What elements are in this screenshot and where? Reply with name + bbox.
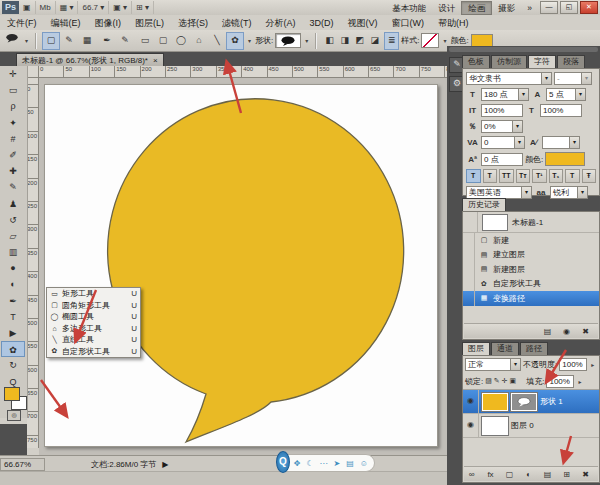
zoom-percent-field[interactable]: 66.67% — [0, 458, 45, 471]
overlay-icon[interactable]: ▤ — [346, 459, 354, 468]
draw-mode-button[interactable]: ▢ — [42, 32, 60, 50]
toolbox-tool-icon[interactable]: ✐ — [1, 147, 25, 163]
toolbox-tool-icon[interactable]: ↺ — [1, 212, 25, 228]
toolbox-tool-icon[interactable]: T — [1, 309, 25, 325]
toolbox-tool-icon[interactable]: ▭ — [1, 82, 25, 98]
proportional-spacing-select[interactable]: 0% — [481, 120, 523, 133]
kerning-select[interactable] — [542, 136, 580, 149]
lock-icon[interactable]: ▨ — [485, 377, 492, 385]
context-menu-item[interactable]: ╲ 直线工具 U — [47, 334, 140, 346]
restore-button[interactable]: ◱ — [560, 1, 578, 14]
panel-tab[interactable]: 仿制源 — [491, 55, 527, 68]
blend-mode-select[interactable]: 正常 — [465, 358, 521, 371]
dock-header[interactable] — [449, 47, 598, 52]
path-op-icon[interactable]: ◩ — [352, 32, 367, 50]
history-source-cell[interactable] — [463, 248, 475, 263]
history-source-cell[interactable] — [463, 291, 475, 306]
vector-mask-thumbnail[interactable] — [511, 393, 537, 411]
toolbox-tool-icon[interactable]: ▱ — [1, 228, 25, 244]
toolbox-tool-icon[interactable]: ✛ — [1, 66, 25, 82]
overlay-icon[interactable]: ☾ — [306, 459, 313, 468]
menu-item[interactable]: 选择(S) — [171, 16, 215, 30]
overlay-icon[interactable]: ☺ — [360, 459, 368, 468]
draw-mode-button[interactable]: ▦ — [78, 32, 96, 50]
text-style-button[interactable]: T¹ — [532, 169, 547, 183]
menu-item[interactable]: 图层(L) — [128, 16, 171, 30]
text-style-button[interactable]: T — [466, 169, 481, 183]
overlay-zoom-icon[interactable]: Q — [276, 451, 290, 473]
baseline-shift-field[interactable]: 0 点 — [481, 153, 523, 166]
leading-select[interactable]: 5 点 — [546, 88, 586, 101]
speech-bubble-shape[interactable] — [45, 85, 437, 446]
snapshot-source-cell[interactable] — [465, 212, 478, 232]
foreground-color-swatch[interactable] — [4, 387, 20, 401]
app-bar-icon[interactable]: ⊞ ▾ — [132, 1, 154, 14]
status-expand-icon[interactable]: ▶ — [162, 460, 168, 469]
toolbox-tool-icon[interactable]: ▥ — [1, 244, 25, 260]
text-color-swatch[interactable] — [545, 152, 585, 166]
panel-tab[interactable]: 段落 — [557, 55, 585, 68]
font-size-select[interactable]: 180 点 — [481, 88, 529, 101]
app-bar-icon[interactable]: Mb — [36, 1, 56, 14]
layers-footer-icon[interactable]: ▢ — [503, 469, 516, 480]
shape-tools-dropdown-icon[interactable]: ▾ — [246, 37, 253, 44]
history-footer-icon[interactable]: ▤ — [541, 326, 554, 337]
history-state-row[interactable]: ▢ 新建 — [463, 233, 599, 248]
shape-tool-icon[interactable]: ╲ — [208, 32, 226, 50]
shape-preview-dropdown-icon[interactable]: ▾ — [303, 37, 310, 44]
text-style-button[interactable]: T₁ — [549, 169, 564, 183]
history-footer-icon[interactable]: ◉ — [560, 326, 573, 337]
custom-shape-preview[interactable] — [275, 33, 301, 48]
fill-spinner-icon[interactable]: ▸ — [576, 378, 583, 385]
menu-item[interactable]: 窗口(W) — [385, 16, 432, 30]
opacity-field[interactable]: 100% — [559, 358, 587, 371]
history-source-cell[interactable] — [463, 277, 475, 292]
path-op-icon[interactable]: ◪ — [367, 32, 382, 50]
menu-item[interactable]: 编辑(E) — [44, 16, 88, 30]
text-style-button[interactable]: T — [565, 169, 580, 183]
layers-footer-icon[interactable]: ◐ — [522, 469, 535, 480]
close-button[interactable]: ✕ — [580, 1, 598, 14]
toolbox-tool-icon[interactable]: ♟ — [1, 196, 25, 212]
panel-tab[interactable]: 通道 — [491, 342, 519, 355]
toolbox-tool-icon[interactable]: ● — [1, 260, 25, 276]
menu-item[interactable]: 文件(F) — [0, 16, 44, 30]
tab-close-icon[interactable]: × — [153, 56, 158, 65]
history-state-row[interactable]: ▤ 建立图层 — [463, 248, 599, 263]
toolbox-tool-icon[interactable]: ▶ — [1, 325, 25, 341]
layer-thumbnail[interactable] — [482, 393, 508, 411]
document-tab[interactable]: 未标题-1 @ 66.7%(形状 1, RGB/8)* × — [16, 53, 164, 67]
context-menu-item[interactable]: ✿ 自定形状工具 U — [47, 346, 140, 358]
toolbox-tool-icon[interactable]: ✎ — [1, 179, 25, 195]
shape-tool-icon[interactable]: ◯ — [172, 32, 190, 50]
layer-row[interactable]: ◉ 图层 0 — [463, 414, 599, 438]
history-state-row[interactable]: ▤ 新建图层 — [463, 262, 599, 277]
style-picker[interactable] — [421, 33, 439, 48]
layers-footer-icon[interactable]: ▤ — [541, 469, 554, 480]
layer-name[interactable]: 形状 1 — [540, 396, 563, 407]
text-style-button[interactable]: TT — [499, 169, 514, 183]
layer-name[interactable]: 图层 0 — [511, 420, 534, 431]
panel-tab[interactable]: 图层 — [462, 342, 490, 355]
text-style-button[interactable]: Tᴛ — [516, 169, 531, 183]
lock-icon[interactable]: ✎ — [494, 377, 500, 385]
pen-tool-icon[interactable]: ✎ — [116, 32, 134, 50]
workspace-button[interactable]: 摄影 — [492, 2, 521, 14]
toolbox-tool-icon[interactable]: ρ — [1, 98, 25, 114]
layer-thumbnail[interactable] — [482, 417, 508, 435]
toolbox-tool-icon[interactable]: ✚ — [1, 163, 25, 179]
vertical-scale-field[interactable]: 100% — [481, 104, 523, 117]
toolbox-tool-icon[interactable]: ✦ — [1, 115, 25, 131]
fill-field[interactable]: 100% — [546, 375, 574, 388]
context-menu-item[interactable]: ⌂ 多边形工具 U — [47, 323, 140, 335]
shape-tool-icon[interactable]: ⌂ — [190, 32, 208, 50]
minimize-button[interactable]: — — [540, 1, 558, 14]
overlay-icon[interactable]: ✥ — [294, 459, 301, 468]
draw-mode-button[interactable]: ✎ — [60, 32, 78, 50]
history-state-row[interactable]: ✿ 自定形状工具 — [463, 277, 599, 292]
visibility-eye-icon[interactable]: ◉ — [463, 390, 479, 413]
toolbox-tool-icon[interactable]: ✒ — [1, 293, 25, 309]
shape-tool-icon[interactable]: ▭ — [136, 32, 154, 50]
workspace-button[interactable]: 绘画 — [461, 1, 492, 15]
style-toggle-icon[interactable]: ≣ — [384, 32, 399, 50]
